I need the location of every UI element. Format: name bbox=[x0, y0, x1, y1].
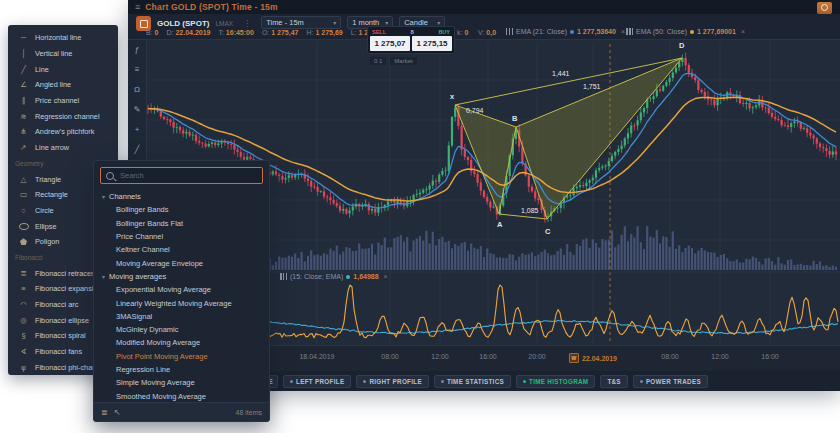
tool-label: Line bbox=[35, 65, 49, 74]
tool-label: Fibonacci arc bbox=[35, 300, 78, 309]
angled-line-icon: ∠ bbox=[18, 80, 29, 89]
items-count: 48 items bbox=[236, 409, 262, 416]
tab-right-profile[interactable]: RIGHT PROFILE bbox=[356, 375, 429, 388]
menu-item-moving-average-envelope[interactable]: Moving Average Envelope bbox=[94, 256, 269, 269]
tool-vertical-line[interactable]: │Vertical line bbox=[8, 46, 118, 62]
tool-label: Angled line bbox=[35, 80, 71, 89]
menu-item-exponential-moving-average[interactable]: Exponential Moving Average bbox=[94, 283, 269, 296]
window-titlebar[interactable]: ≡ Chart GOLD (SPOT) Time - 15m bbox=[128, 0, 840, 14]
select-time-15m[interactable]: Time - 15m▾ bbox=[261, 16, 341, 29]
hamburger-icon[interactable]: ≡ bbox=[135, 3, 140, 12]
info-item: H: 1 275,69 bbox=[306, 29, 342, 36]
menu-item-mcginley-dynamic[interactable]: McGinley Dynamic bbox=[94, 323, 269, 336]
tick-label: 22.04.2019 bbox=[582, 355, 617, 362]
tool-label: Fibonacci expansion bbox=[35, 284, 102, 293]
tab-bullet-icon bbox=[441, 380, 444, 383]
series-color-dot bbox=[690, 30, 694, 34]
window-title: Chart GOLD (SPOT) Time - 15m bbox=[145, 2, 278, 12]
tool-horizontal-line[interactable]: ─Horizontal line bbox=[8, 30, 118, 46]
time-tick: 18.04.2019 bbox=[299, 353, 334, 360]
menu-item-modified-moving-average[interactable]: Modified Moving Average bbox=[94, 336, 269, 349]
list-view-icon[interactable]: ≣ bbox=[101, 408, 108, 417]
tab-t-s[interactable]: T&S bbox=[600, 375, 628, 388]
chevron-down-icon: ▾ bbox=[102, 193, 105, 200]
regression-channel-icon: ≋ bbox=[18, 112, 29, 121]
menu-group-moving-averages[interactable]: ▾Moving averages bbox=[94, 270, 269, 283]
layers-icon[interactable]: ≡ bbox=[130, 64, 145, 75]
oscillator-name: (15: Close; EMA) bbox=[290, 273, 343, 280]
tick-label: 16:00 bbox=[761, 353, 779, 360]
rectangle-icon: ▭ bbox=[18, 190, 29, 199]
cursor-icon[interactable]: ↖ bbox=[114, 408, 121, 417]
tool-regression-channel[interactable]: ≋Regression channel bbox=[8, 108, 118, 124]
circle-icon: ○ bbox=[18, 206, 29, 215]
bid-ask-panel: SELL 8 BUY 1 275,07 1 275,15 bbox=[367, 26, 455, 54]
close-icon[interactable]: × bbox=[621, 28, 625, 35]
buy-price-button[interactable]: 1 275,15 bbox=[412, 36, 452, 51]
ohlc-info-line: B: 0D: 22.04.2019T: 16:45:00O: 1 275,47H… bbox=[146, 29, 378, 36]
fib-spiral-icon: § bbox=[18, 331, 29, 340]
alerts-icon[interactable]: Ω bbox=[130, 84, 145, 95]
tool-price-channel[interactable]: ∥Price channel bbox=[8, 93, 118, 109]
info-item: T: 16:45:00 bbox=[218, 29, 253, 36]
group-name: Channels bbox=[109, 192, 141, 201]
draw-icon[interactable]: ✎ bbox=[130, 104, 145, 115]
menu-item-bollinger-bands-flat[interactable]: Bollinger Bands Flat bbox=[94, 217, 269, 230]
tool-line[interactable]: ╱Line bbox=[8, 61, 118, 77]
quantity-field[interactable]: 0.1 bbox=[370, 57, 386, 65]
menu-group-channels[interactable]: ▾Channels bbox=[94, 190, 269, 203]
crosshair-icon[interactable]: + bbox=[130, 124, 145, 135]
svg-text:x: x bbox=[450, 92, 455, 101]
indicator-icon bbox=[280, 273, 287, 280]
info-item: V: 0,0 bbox=[478, 29, 496, 36]
tool-andrew-s-pitchfork[interactable]: ⋔Andrew's pitchfork bbox=[8, 124, 118, 140]
menu-item-keltner-channel[interactable]: Keltner Channel bbox=[94, 243, 269, 256]
chevron-down-icon: ▾ bbox=[385, 19, 388, 26]
spread-value: 8 bbox=[411, 29, 414, 35]
chevron-down-icon: ▾ bbox=[333, 19, 336, 26]
series-color-dot bbox=[346, 275, 350, 279]
search-box[interactable] bbox=[100, 167, 263, 184]
menu-item-smoothed-moving-average[interactable]: Smoothed Moving Average bbox=[94, 389, 269, 402]
menu-item-regression-line[interactable]: Regression Line bbox=[94, 363, 269, 376]
menu-item-simple-moving-average[interactable]: Simple Moving Average bbox=[94, 376, 269, 389]
indicator-legend: EMA (21: Close)1 277,53640× bbox=[506, 28, 625, 35]
close-icon[interactable]: × bbox=[741, 28, 745, 35]
tab-bullet-icon bbox=[290, 380, 293, 383]
tab-time-statistics[interactable]: TIME STATISTICS bbox=[434, 375, 511, 388]
menu-item-3masignal[interactable]: 3MASignal bbox=[94, 310, 269, 323]
menu-item-bollinger-bands[interactable]: Bollinger Bands bbox=[94, 203, 269, 216]
order-type-field[interactable]: Market bbox=[390, 57, 416, 65]
menu-item-price-channel[interactable]: Price Channel bbox=[94, 230, 269, 243]
tool-angled-line[interactable]: ∠Angled line bbox=[8, 77, 118, 93]
menu-item-linearly-weighted-moving-average[interactable]: Linearly Weighted Moving Average bbox=[94, 296, 269, 309]
line-tool-icon[interactable]: ╱ bbox=[130, 144, 145, 155]
tool-label: Vertical line bbox=[35, 49, 72, 58]
menu-item-pivot-point-moving-average[interactable]: Pivot Point Moving Average bbox=[94, 350, 269, 363]
select-value: Time - 15m bbox=[266, 18, 304, 27]
sell-price-button[interactable]: 1 275,07 bbox=[370, 36, 410, 51]
tab-time-histogram[interactable]: TIME HISTOGRAM bbox=[516, 375, 595, 388]
svg-text:B: B bbox=[512, 114, 518, 123]
menu-footer: ≣ ↖ 48 items bbox=[94, 402, 269, 421]
poligon-icon bbox=[18, 238, 29, 245]
fib-ellipse-icon: ◎ bbox=[18, 316, 29, 325]
tab-label: POWER TRADES bbox=[646, 378, 701, 385]
time-tick: 08:00 bbox=[661, 353, 679, 360]
chevron-down-icon: ▾ bbox=[102, 273, 105, 280]
tool-line-arrow[interactable]: ↗Line arrow bbox=[8, 140, 118, 156]
camera-icon[interactable] bbox=[817, 2, 832, 14]
tool-label: Fibonacci ellipse bbox=[35, 316, 89, 325]
close-icon[interactable]: × bbox=[384, 273, 388, 280]
search-input[interactable] bbox=[118, 170, 257, 181]
svg-text:D: D bbox=[679, 41, 685, 50]
tab-power-trades[interactable]: POWER TRADES bbox=[633, 375, 708, 388]
calendar-icon: W bbox=[569, 353, 579, 363]
order-entry-widget: SELL 8 BUY 1 275,07 1 275,15 0.1 Market bbox=[367, 26, 455, 65]
tab-label: TIME HISTOGRAM bbox=[529, 378, 588, 385]
svg-text:1,441: 1,441 bbox=[552, 70, 570, 77]
tab-left-profile[interactable]: LEFT PROFILE bbox=[283, 375, 351, 388]
tab-label: TIME STATISTICS bbox=[447, 378, 504, 385]
tool-label: Rectangle bbox=[35, 190, 68, 199]
indicators-icon[interactable]: ƒ bbox=[130, 44, 145, 55]
